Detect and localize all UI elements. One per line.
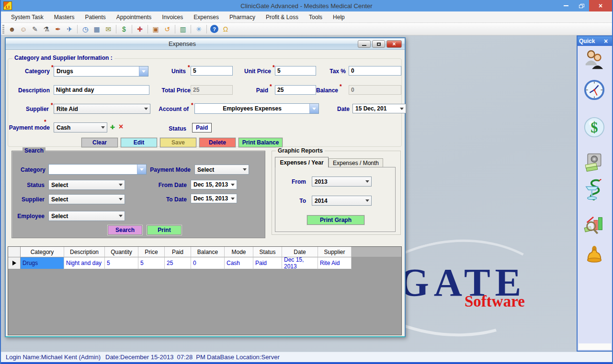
unit-price-input[interactable] [275, 66, 316, 76]
restore-button[interactable] [574, 0, 589, 11]
cell-balance[interactable]: 0 [191, 257, 225, 269]
close-button[interactable]: × [589, 0, 612, 11]
clock-icon[interactable]: ◷ [80, 24, 91, 34]
billing-dollar-icon[interactable]: $ [583, 116, 605, 139]
dialog-maximize-button[interactable] [372, 40, 385, 48]
bell-icon[interactable]: Ω [220, 24, 231, 34]
menu-masters[interactable]: Masters [49, 11, 80, 22]
cell-mode[interactable]: Cash [225, 257, 253, 269]
print-graph-button[interactable]: Print Graph [307, 215, 364, 225]
quick-close-button[interactable]: × [601, 37, 611, 45]
dialog-close-button[interactable]: × [386, 40, 402, 48]
signature-icon[interactable]: ✎ [30, 24, 40, 34]
col-header-status[interactable]: Status [253, 247, 282, 257]
remove-payment-mode-icon[interactable]: × [119, 122, 123, 131]
search-print-button[interactable]: Print [147, 225, 182, 235]
graphic-reports-title: Graphic Reports [276, 147, 325, 154]
search-to-date-select[interactable]: Dec 15, 2013 [191, 194, 237, 203]
account-of-select[interactable]: Employees Expenses [194, 103, 319, 114]
calendar-icon[interactable]: ▦ [91, 24, 102, 34]
dialog-titlebar[interactable]: Expenses × [6, 38, 405, 50]
search-employee-select[interactable]: Select [48, 211, 125, 221]
col-header-category[interactable]: Category [21, 247, 64, 257]
cell-quantity[interactable]: 5 [105, 257, 138, 269]
invoice-icon[interactable]: ✉ [103, 24, 114, 34]
menu-system-task[interactable]: System Task [6, 11, 49, 22]
menu-invoices[interactable]: Invoices [157, 11, 188, 22]
graphic-reports-panel: Graphic Reports Expenses / Year Expenses… [272, 151, 401, 235]
menu-appointments[interactable]: Appointments [111, 11, 157, 22]
save-button[interactable]: Save [160, 138, 196, 147]
quick-panel-title: Quick [579, 38, 595, 44]
cell-status[interactable]: Paid [253, 257, 282, 269]
col-header-paid[interactable]: Paid [165, 247, 191, 257]
alerts-bell-icon[interactable] [583, 244, 605, 267]
minimize-button[interactable] [558, 0, 574, 11]
tax-input[interactable] [349, 66, 401, 76]
menu-expenses[interactable]: Expenses [188, 11, 224, 22]
cell-supplier[interactable]: Rite Aid [318, 257, 352, 269]
menu-help[interactable]: Help [328, 11, 350, 22]
cell-paid[interactable]: 25 [165, 257, 191, 269]
user-icon[interactable]: ☺ [18, 24, 29, 34]
dollar-icon[interactable]: $ [119, 24, 129, 34]
col-header-quantity[interactable]: Quantity [105, 247, 138, 257]
cell-date[interactable]: Dec 15, 2013 [282, 257, 318, 269]
search-category-select[interactable] [48, 164, 147, 175]
menu-pharmacy[interactable]: Pharmacy [224, 11, 261, 22]
gift-icon[interactable]: ▣ [150, 24, 161, 34]
add-payment-mode-icon[interactable]: + [110, 122, 115, 132]
sync-icon[interactable]: ✳ [193, 24, 204, 34]
search-button[interactable]: Search [108, 225, 142, 235]
cell-description[interactable]: Night and day [64, 257, 105, 269]
pharmacy-icon[interactable] [583, 177, 605, 200]
search-status-select[interactable]: Select [48, 180, 125, 190]
graph-from-select[interactable]: 2013 [312, 176, 372, 187]
clear-button[interactable]: Clear [81, 138, 118, 147]
payment-mode-select[interactable]: Cash [54, 122, 107, 132]
patients-icon[interactable]: ☻ [7, 24, 17, 34]
col-header-date[interactable]: Date [282, 247, 318, 257]
menu-profit-loss[interactable]: Profit & Loss [261, 11, 304, 22]
col-header-balance[interactable]: Balance [191, 247, 225, 257]
category-select[interactable]: Drugs [54, 66, 148, 77]
print-balance-button[interactable]: Print Balance [238, 138, 283, 147]
graph-to-select[interactable]: 2014 [312, 196, 372, 206]
menu-tools[interactable]: Tools [304, 11, 328, 22]
menu-patients[interactable]: Patients [80, 11, 111, 22]
cell-category[interactable]: Drugs [21, 257, 64, 269]
edit-button[interactable]: Edit [121, 138, 157, 147]
units-input[interactable] [191, 66, 233, 76]
row-selector[interactable] [8, 257, 21, 269]
appointments-clock-icon[interactable] [583, 78, 605, 101]
chart-icon[interactable]: ▥ [178, 24, 188, 34]
medicine-icon[interactable]: ✚ [135, 24, 145, 34]
tab-expenses-month[interactable]: Expenses / Month [329, 158, 383, 167]
tab-expenses-year[interactable]: Expenses / Year [275, 157, 329, 167]
lab-icon[interactable]: ⚗ [41, 24, 52, 34]
search-payment-mode-select[interactable]: Select [194, 165, 249, 175]
grid-data-row[interactable]: Drugs Night and day 5 5 25 0 Cash Paid D… [8, 257, 401, 269]
travel-icon[interactable]: ✈ [64, 24, 75, 34]
date-select[interactable]: 15 Dec, 201 [352, 104, 406, 113]
search-from-date-select[interactable]: Dec 15, 2013 [191, 180, 237, 189]
expenses-safe-icon[interactable] [583, 152, 605, 175]
dropdown-button[interactable] [139, 66, 148, 76]
search-supplier-select[interactable]: Select [48, 194, 125, 204]
delete-button[interactable]: Delete [199, 138, 236, 147]
pen-icon[interactable]: ✒ [53, 24, 63, 34]
dialog-minimize-button[interactable] [358, 40, 371, 48]
help-icon[interactable]: ? [210, 25, 218, 33]
supplier-select[interactable]: Rite Aid [54, 104, 150, 114]
patients-icon[interactable] [583, 48, 605, 71]
cell-price[interactable]: 5 [138, 257, 165, 269]
description-input[interactable] [54, 85, 149, 95]
col-header-supplier[interactable]: Supplier [318, 247, 352, 257]
undo-icon[interactable]: ↺ [162, 24, 172, 34]
col-header-price[interactable]: Price [138, 247, 165, 257]
dropdown-button[interactable] [309, 104, 318, 113]
reports-chart-icon[interactable] [583, 214, 605, 237]
col-header-mode[interactable]: Mode [225, 247, 253, 257]
search-supplier-value: Select [51, 196, 68, 203]
col-header-description[interactable]: Description [64, 247, 105, 257]
